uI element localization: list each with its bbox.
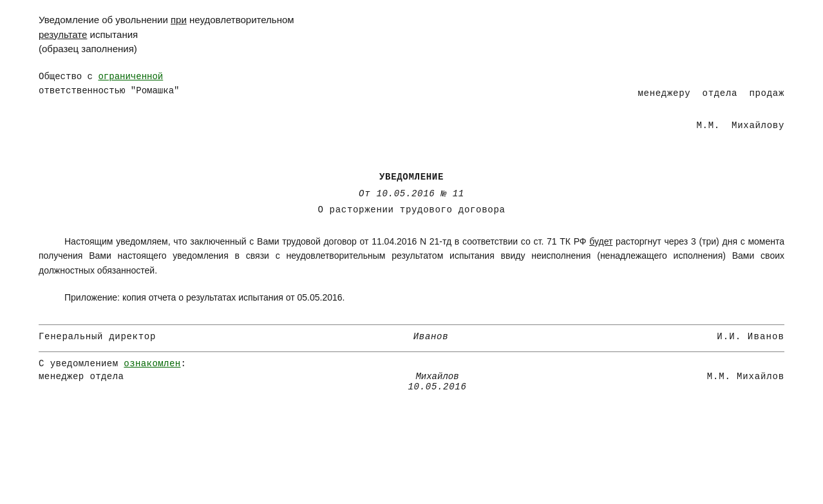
sig-full-name: И.И. Иванов [656,331,784,342]
document-center-block: УВЕДОМЛЕНИЕ От 10.05.2016 № 11 О расторж… [39,169,784,218]
acquaintance-position-block: менеджер отдела [39,371,219,382]
body-underline-budet: будет [589,236,612,247]
signature-row: Генеральный директор Иванов И.И. Иванов [39,331,784,342]
org-name: Общество с ограниченной ответственностью… [39,70,179,98]
signature-divider [39,324,784,325]
document-header-title: Уведомление об увольнении при неудовлетв… [39,13,784,57]
org-addressee-section: Общество с ограниченной ответственностью… [39,70,784,151]
acquaintance-label-row: С уведомлением ознакомлен: [39,359,784,369]
acquaintance-label-underline: ознакомлен [124,359,180,369]
acquaintance-label: С уведомлением ознакомлен: [39,359,186,369]
acquaintance-sig-center: Михайлов 10.05.2016 [386,371,489,392]
doc-title: УВЕДОМЛЕНИЕ [39,169,784,185]
acquaintance-sig-full: М.М. Михайлов [656,371,784,382]
acquaintance-sig-italic: Михайлов [386,371,489,382]
org-name-line2: ответственностью "Ромашка" [39,86,179,96]
acquaintance-bottom-row: менеджер отдела Михайлов 10.05.2016 М.М.… [39,371,784,392]
body-paragraph: Настоящим уведомляем, что заключенный с … [39,234,784,277]
acquaintance-section: С уведомлением ознакомлен: менеджер отде… [39,359,784,392]
doc-date-number: От 10.05.2016 № 11 [39,186,784,202]
title-underline-rezultate: результате [39,29,87,40]
acquaintance-date: 10.05.2016 [386,382,489,392]
addressee-line2: М.М. Михайлову [696,120,784,131]
org-name-prefix: Общество с [39,71,98,82]
addressee-block: менеджеру отдела продаж М.М. Михайлову [614,70,784,151]
title-line3: (образец заполнения) [39,43,137,54]
doc-subject: О расторжении трудового договора [39,202,784,218]
title-line2-end: испытания [87,29,138,40]
attachment-text: Приложение: копия отчета о результатах и… [39,290,784,304]
title-line1-end: неудовлетворительном [187,14,294,25]
sig-name-italic: Иванов [379,331,482,342]
title-underline-pri: при [171,14,187,25]
org-name-underline: ограниченной [98,71,163,82]
sig-position: Генеральный директор [39,331,206,342]
title-line1: Уведомление об увольнении [39,14,171,25]
acquaintance-divider [39,351,784,352]
acquaintance-position: менеджер отдела [39,371,219,382]
addressee-line1: менеджеру отдела продаж [638,88,784,98]
